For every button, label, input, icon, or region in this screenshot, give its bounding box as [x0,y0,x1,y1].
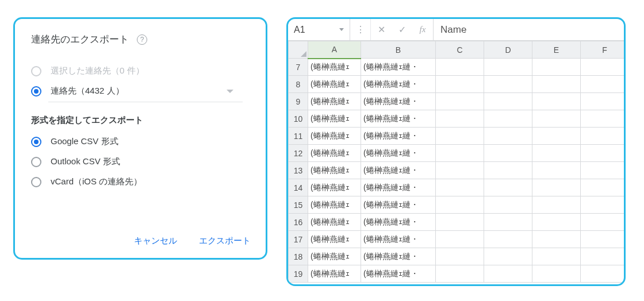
cell[interactable] [581,248,626,265]
cell[interactable] [484,93,532,110]
row-header[interactable]: 16 [289,214,308,231]
cell[interactable]: (蜷榊燕縺ｪ縺・ [361,145,436,162]
cell[interactable] [581,145,626,162]
accept-edit-icon[interactable]: ✓ [392,19,412,40]
cell[interactable] [436,76,484,93]
cell[interactable]: (蜷榊燕縺ｪ縺・ [361,214,436,231]
table-row[interactable]: 12(蜷榊燕縺ｪ(蜷榊燕縺ｪ縺・ [289,145,626,162]
select-all-corner[interactable] [289,41,308,59]
radio-icon[interactable] [31,177,41,187]
cell[interactable] [436,231,484,248]
table-row[interactable]: 10(蜷榊燕縺ｪ(蜷榊燕縺ｪ縺・ [289,110,626,128]
cell[interactable] [581,110,626,128]
cell[interactable] [532,145,581,162]
cell[interactable]: (蜷榊燕縺ｪ縺・ [361,248,436,265]
column-header-d[interactable]: D [484,41,532,59]
radio-icon[interactable] [31,157,41,167]
column-header-c[interactable]: C [436,41,484,59]
format-option-outlook-csv[interactable]: Outlook CSV 形式 [28,152,253,172]
cell[interactable] [436,248,484,265]
cell[interactable] [581,76,626,93]
cell[interactable] [484,196,532,214]
table-row[interactable]: 13(蜷榊燕縺ｪ(蜷榊燕縺ｪ縺・ [289,162,626,179]
table-row[interactable]: 19(蜷榊燕縺ｪ(蜷榊燕縺ｪ縺・ [289,265,626,283]
row-header[interactable]: 8 [289,76,308,93]
cell[interactable] [484,248,532,265]
table-row[interactable]: 9(蜷榊燕縺ｪ(蜷榊燕縺ｪ縺・ [289,93,626,110]
cell[interactable] [532,162,581,179]
cell[interactable]: (蜷榊燕縺ｪ縺・ [361,128,436,145]
cell[interactable]: (蜷榊燕縺ｪ縺・ [361,110,436,128]
row-header[interactable]: 7 [289,59,308,76]
cell[interactable] [581,196,626,214]
chevron-down-icon[interactable] [339,28,344,31]
column-header-e[interactable]: E [532,41,581,59]
cancel-button[interactable]: キャンセル [134,236,177,246]
cell[interactable] [532,179,581,196]
cell[interactable]: (蜷榊燕縺ｪ [308,265,361,283]
cell[interactable] [532,265,581,283]
row-header[interactable]: 13 [289,162,308,179]
help-icon[interactable]: ? [137,34,147,45]
cell[interactable]: (蜷榊燕縺ｪ縺・ [361,59,436,76]
row-header[interactable]: 14 [289,179,308,196]
row-header[interactable]: 15 [289,196,308,214]
cell[interactable]: (蜷榊燕縺ｪ [308,93,361,110]
table-row[interactable]: 16(蜷榊燕縺ｪ(蜷榊燕縺ｪ縺・ [289,214,626,231]
more-icon[interactable]: ⋮ [350,19,371,40]
row-header[interactable]: 17 [289,231,308,248]
table-row[interactable]: 15(蜷榊燕縺ｪ(蜷榊燕縺ｪ縺・ [289,196,626,214]
row-header[interactable]: 12 [289,145,308,162]
fx-icon[interactable]: fx [412,19,433,40]
cell[interactable] [532,110,581,128]
cell[interactable] [581,93,626,110]
radio-icon[interactable] [31,137,41,147]
cell[interactable] [436,179,484,196]
cell[interactable] [484,145,532,162]
cell[interactable] [581,265,626,283]
cell[interactable]: (蜷榊燕縺ｪ [308,145,361,162]
cell[interactable]: (蜷榊燕縺ｪ [308,76,361,93]
cell[interactable]: (蜷榊燕縺ｪ [308,196,361,214]
table-row[interactable]: 11(蜷榊燕縺ｪ(蜷榊燕縺ｪ縺・ [289,128,626,145]
cell[interactable]: (蜷榊燕縺ｪ [308,248,361,265]
cell[interactable] [532,59,581,76]
cell[interactable] [581,128,626,145]
cell[interactable] [436,162,484,179]
cell[interactable] [484,265,532,283]
row-header[interactable]: 10 [289,110,308,128]
cell[interactable] [436,214,484,231]
cell[interactable] [581,179,626,196]
cell[interactable]: (蜷榊燕縺ｪ [308,128,361,145]
table-row[interactable]: 17(蜷榊燕縺ｪ(蜷榊燕縺ｪ縺・ [289,231,626,248]
cell[interactable]: (蜷榊燕縺ｪ [308,179,361,196]
cell[interactable] [484,76,532,93]
cell[interactable] [532,231,581,248]
cell[interactable] [436,110,484,128]
cell[interactable] [532,196,581,214]
cell[interactable]: (蜷榊燕縺ｪ [308,231,361,248]
radio-icon[interactable] [31,86,41,97]
spreadsheet-grid[interactable]: A B C D E F 7(蜷榊燕縺ｪ(蜷榊燕縺ｪ縺・8(蜷榊燕縺ｪ(蜷榊燕縺ｪ… [288,41,626,283]
cancel-edit-icon[interactable]: ✕ [371,19,392,40]
cell[interactable] [532,76,581,93]
chevron-down-icon[interactable] [227,90,233,93]
cell[interactable] [484,110,532,128]
cell[interactable]: (蜷榊燕縺ｪ縺・ [361,265,436,283]
cell[interactable] [436,59,484,76]
cell[interactable] [436,265,484,283]
cell[interactable] [532,128,581,145]
cell[interactable] [484,214,532,231]
cell[interactable]: (蜷榊燕縺ｪ縺・ [361,162,436,179]
formula-input[interactable]: Name [433,19,624,40]
column-header-b[interactable]: B [361,41,436,59]
format-option-google-csv[interactable]: Google CSV 形式 [28,132,253,152]
table-row[interactable]: 18(蜷榊燕縺ｪ(蜷榊燕縺ｪ縺・ [289,248,626,265]
cell[interactable] [436,145,484,162]
cell[interactable] [581,231,626,248]
table-row[interactable]: 8(蜷榊燕縺ｪ(蜷榊燕縺ｪ縺・ [289,76,626,93]
cell[interactable]: (蜷榊燕縺ｪ縺・ [361,179,436,196]
cell[interactable]: (蜷榊燕縺ｪ [308,110,361,128]
cell[interactable] [484,231,532,248]
cell[interactable]: (蜷榊燕縺ｪ [308,59,361,76]
